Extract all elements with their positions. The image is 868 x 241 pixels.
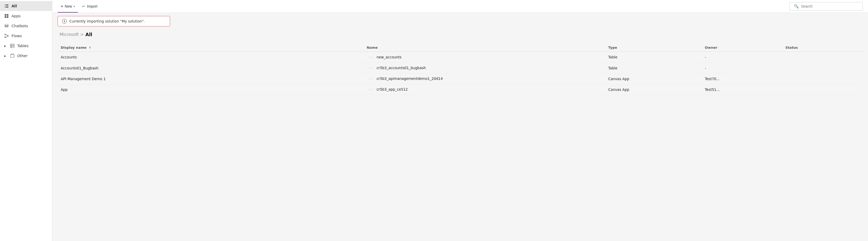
sidebar-item-all-label: All xyxy=(11,4,17,8)
search-icon: 🔍 xyxy=(794,4,799,9)
row-dots-button[interactable]: ··· xyxy=(367,54,374,60)
sidebar-item-flows-label: Flows xyxy=(11,34,22,38)
data-table: Display name ↑ Name Type Owner Status xyxy=(58,44,863,95)
col-header-type[interactable]: Type xyxy=(605,44,702,52)
svg-rect-0 xyxy=(5,4,5,5)
breadcrumb-current: All xyxy=(85,32,92,37)
search-area[interactable]: 🔍 xyxy=(789,2,863,10)
sidebar-item-apps-label: Apps xyxy=(11,14,21,18)
sidebar-item-other[interactable]: ▶ Other xyxy=(0,51,52,61)
cell-type: Table xyxy=(605,52,702,63)
import-arrow-icon: ↵ xyxy=(82,4,85,8)
cell-name-wrapper: ···cr5b3_apimanagementdemo1_20d14 xyxy=(364,73,605,84)
table-row: API Management Demo 1···cr5b3_apimanagem… xyxy=(58,73,863,84)
cell-displayname: API Management Demo 1 xyxy=(58,73,364,84)
new-button-underline xyxy=(58,12,78,12)
cell-displayname: App xyxy=(58,84,364,95)
row-dots-button[interactable]: ··· xyxy=(367,76,374,81)
import-button-label: Import xyxy=(87,4,97,8)
row-dots-button[interactable]: ··· xyxy=(367,65,374,71)
cell-status xyxy=(782,73,863,84)
svg-rect-16 xyxy=(10,44,14,48)
sidebar-item-tables[interactable]: ▶ Tables xyxy=(0,41,52,51)
cell-status xyxy=(782,52,863,63)
table-row: Accounts···new_accountsTable- xyxy=(58,52,863,63)
breadcrumb-separator: > xyxy=(80,32,84,37)
list-icon xyxy=(4,4,9,8)
svg-rect-6 xyxy=(5,14,6,16)
new-button[interactable]: + New ▾ xyxy=(58,2,78,10)
svg-rect-3 xyxy=(6,6,8,6)
cell-owner: Test51... xyxy=(702,84,782,95)
sidebar-item-tables-label: Tables xyxy=(17,44,29,48)
import-notice: i Currently importing solution "My solut… xyxy=(58,16,170,26)
svg-point-13 xyxy=(5,34,6,35)
svg-rect-2 xyxy=(5,6,5,6)
cell-name-wrapper: ···cr5b3_accounts01_bugbash xyxy=(364,62,605,73)
other-icon xyxy=(10,53,14,58)
cell-name: new_accounts xyxy=(377,55,401,59)
cell-name: cr5b3_app_ce512 xyxy=(377,87,408,91)
sidebar-item-chatbots-label: Chatbots xyxy=(11,24,28,28)
svg-rect-5 xyxy=(6,7,8,8)
svg-rect-8 xyxy=(5,16,6,18)
table-row: Accounts01_Bugbash···cr5b3_accounts01_bu… xyxy=(58,62,863,73)
svg-rect-4 xyxy=(5,7,5,8)
cell-type: Canvas App xyxy=(605,73,702,84)
cell-status xyxy=(782,62,863,73)
col-header-displayname[interactable]: Display name ↑ xyxy=(58,44,364,52)
search-input[interactable] xyxy=(801,4,858,8)
cell-displayname: Accounts xyxy=(58,52,364,63)
breadcrumb: Microsoft > All xyxy=(58,31,863,39)
svg-rect-20 xyxy=(10,54,14,57)
sidebar-item-flows[interactable]: Flows xyxy=(0,31,52,41)
plus-icon: + xyxy=(61,4,63,9)
tables-icon xyxy=(10,44,14,48)
info-icon: i xyxy=(62,19,67,24)
new-button-wrapper: + New ▾ xyxy=(58,2,78,10)
cell-owner: - xyxy=(702,52,782,63)
cell-type: Canvas App xyxy=(605,84,702,95)
cell-type: Table xyxy=(605,62,702,73)
toolbar: + New ▾ ↵ Import 🔍 xyxy=(52,0,868,13)
col-header-owner[interactable]: Owner xyxy=(702,44,782,52)
table-row: App···cr5b3_app_ce512Canvas AppTest51... xyxy=(58,84,863,95)
sidebar-item-other-label: Other xyxy=(17,54,28,58)
chatbots-icon xyxy=(4,24,9,28)
svg-point-11 xyxy=(6,25,7,26)
svg-rect-7 xyxy=(7,14,8,16)
content-area: i Currently importing solution "My solut… xyxy=(52,13,868,241)
svg-point-15 xyxy=(5,37,6,38)
import-notice-text: Currently importing solution "My solutio… xyxy=(69,19,145,23)
main-content: + New ▾ ↵ Import 🔍 i Currently importing… xyxy=(52,0,868,241)
sidebar-item-chatbots[interactable]: Chatbots xyxy=(0,21,52,31)
svg-point-14 xyxy=(7,35,8,36)
cell-owner: - xyxy=(702,62,782,73)
sidebar-item-apps[interactable]: Apps xyxy=(0,11,52,21)
row-dots-button[interactable]: ··· xyxy=(367,87,374,92)
flows-icon xyxy=(4,33,9,38)
apps-icon xyxy=(4,14,9,18)
svg-rect-9 xyxy=(7,16,8,18)
cell-name-wrapper: ···cr5b3_app_ce512 xyxy=(364,84,605,95)
new-button-label: New xyxy=(65,4,72,8)
sidebar: All Apps Chatbots xyxy=(0,0,52,241)
col-header-name[interactable]: Name xyxy=(364,44,605,52)
other-expand-arrow: ▶ xyxy=(4,54,6,57)
new-chevron-icon: ▾ xyxy=(73,5,75,8)
breadcrumb-parent[interactable]: Microsoft xyxy=(60,32,79,37)
cell-name: cr5b3_apimanagementdemo1_20d14 xyxy=(377,77,443,81)
import-button[interactable]: ↵ Import xyxy=(79,3,100,10)
sort-asc-icon: ↑ xyxy=(89,46,91,50)
svg-rect-1 xyxy=(6,4,8,5)
cell-name-wrapper: ···new_accounts xyxy=(364,52,605,62)
cell-name: cr5b3_accounts01_bugbash xyxy=(377,66,426,70)
cell-owner: Test70... xyxy=(702,73,782,84)
cell-status xyxy=(782,84,863,95)
tables-expand-arrow: ▶ xyxy=(4,45,6,47)
cell-displayname: Accounts01_Bugbash xyxy=(58,62,364,73)
col-header-status[interactable]: Status xyxy=(782,44,863,52)
sidebar-item-all[interactable]: All xyxy=(0,1,52,11)
